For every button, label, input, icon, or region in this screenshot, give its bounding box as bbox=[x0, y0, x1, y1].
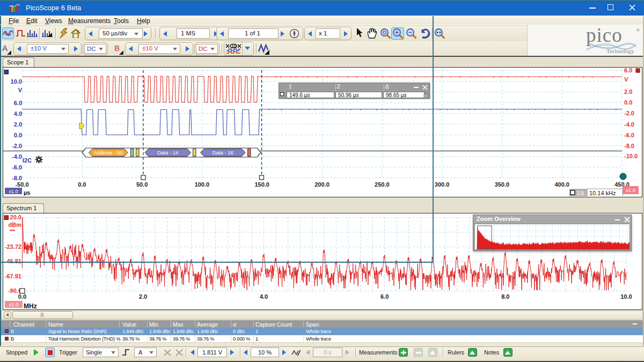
svg-text:2.0: 2.0 bbox=[14, 121, 22, 128]
svg-text:10.0: 10.0 bbox=[11, 78, 22, 85]
svg-text:350.0: 350.0 bbox=[495, 181, 510, 188]
svg-text:x1.0: x1.0 bbox=[626, 187, 635, 193]
svg-text:Data - 16: Data - 16 bbox=[213, 150, 233, 156]
svg-text:-67.91: -67.91 bbox=[5, 273, 21, 279]
svg-text:-45.81: -45.81 bbox=[5, 258, 21, 264]
svg-text:MHz: MHz bbox=[24, 302, 37, 309]
svg-text:-50.0: -50.0 bbox=[15, 181, 28, 188]
svg-text:-10.0: -10.0 bbox=[624, 153, 638, 159]
svg-text:10.14 kHz: 10.14 kHz bbox=[589, 190, 616, 196]
svg-text:20.0: 20.0 bbox=[10, 214, 21, 220]
svg-text:2.0: 2.0 bbox=[624, 88, 632, 95]
svg-text:-8.0: -8.0 bbox=[12, 175, 22, 181]
svg-text:250.0: 250.0 bbox=[375, 181, 390, 188]
svg-text:-4.0: -4.0 bbox=[624, 121, 634, 128]
svg-text:-2.0: -2.0 bbox=[12, 143, 22, 149]
svg-text:4.0: 4.0 bbox=[14, 110, 22, 117]
svg-text:1/Δ: 1/Δ bbox=[576, 190, 584, 196]
svg-text:2.0: 2.0 bbox=[139, 293, 147, 300]
svg-text:6.0: 6.0 bbox=[14, 100, 22, 106]
svg-text:-4.0: -4.0 bbox=[12, 153, 22, 160]
svg-text:-8.0: -8.0 bbox=[624, 143, 634, 149]
svg-text:0.0: 0.0 bbox=[14, 132, 22, 138]
svg-text:100.0: 100.0 bbox=[195, 181, 210, 188]
svg-text:Data - 14: Data - 14 bbox=[157, 150, 178, 156]
svg-text:x1.0: x1.0 bbox=[9, 189, 18, 194]
svg-text:10.0: 10.0 bbox=[620, 293, 632, 300]
svg-text:4.0: 4.0 bbox=[260, 293, 268, 300]
svg-text:400.0: 400.0 bbox=[554, 181, 569, 188]
svg-text:V: V bbox=[624, 76, 628, 83]
svg-text:-6.0: -6.0 bbox=[624, 132, 634, 138]
svg-text:0.0: 0.0 bbox=[624, 99, 632, 106]
svg-text:-2.0: -2.0 bbox=[624, 110, 634, 116]
svg-text:I2C: I2C bbox=[23, 157, 32, 164]
svg-text:µs: µs bbox=[24, 189, 30, 196]
svg-text:-23.72: -23.72 bbox=[5, 243, 21, 250]
svg-text:dBm: dBm bbox=[9, 221, 22, 228]
svg-text:-6.0: -6.0 bbox=[12, 164, 22, 171]
svg-text:x1.0: x1.0 bbox=[9, 301, 19, 307]
svg-text:Address - 50: Address - 50 bbox=[94, 150, 123, 156]
svg-text:6.0: 6.0 bbox=[380, 293, 389, 300]
svg-text:6.0: 6.0 bbox=[624, 68, 632, 73]
svg-text:150.0: 150.0 bbox=[254, 181, 269, 188]
svg-text:200.0: 200.0 bbox=[314, 181, 330, 188]
svg-text:8.0: 8.0 bbox=[501, 293, 509, 300]
svg-text:50.0: 50.0 bbox=[136, 181, 148, 188]
svg-text:0.0: 0.0 bbox=[78, 181, 86, 188]
svg-text:0.0: 0.0 bbox=[18, 293, 26, 300]
svg-text:V: V bbox=[18, 87, 23, 93]
svg-text:300.0: 300.0 bbox=[435, 181, 450, 188]
